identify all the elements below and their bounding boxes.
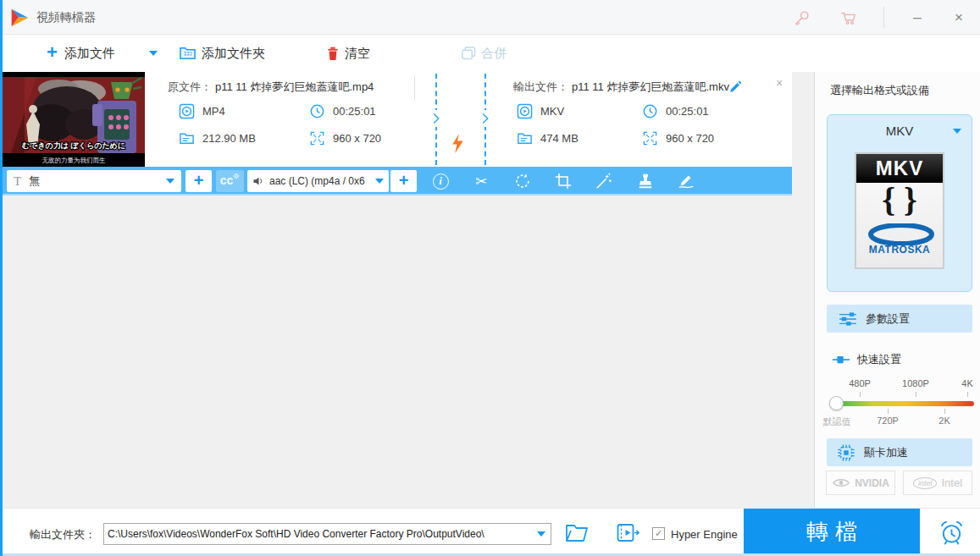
titlebar-divider bbox=[883, 7, 884, 28]
intel-logo-icon: intel bbox=[913, 477, 938, 489]
format-panel[interactable]: MKV MKV { } MATROŠKA bbox=[827, 114, 972, 292]
sidebar-heading: 選擇輸出格式或設備 bbox=[830, 83, 929, 98]
app-logo-icon bbox=[8, 7, 30, 29]
rename-pencil-icon[interactable] bbox=[729, 80, 743, 93]
matroska-ellipse-icon bbox=[868, 223, 934, 245]
source-file-label: 原文件： bbox=[168, 80, 212, 95]
hyper-engine-checkbox[interactable]: ✓ bbox=[652, 527, 665, 540]
nvidia-logo-icon bbox=[832, 477, 850, 488]
source-size-cell: 212.90 MB bbox=[179, 130, 256, 146]
resolution-slider-knob[interactable] bbox=[829, 396, 844, 410]
slider-tick bbox=[888, 409, 889, 414]
register-key-icon[interactable] bbox=[792, 8, 812, 28]
resolution-slider-track[interactable] bbox=[837, 401, 974, 406]
gpu-acceleration-bar[interactable]: 顯卡加速 bbox=[827, 438, 972, 466]
format-name: MKV bbox=[828, 124, 972, 138]
clear-button[interactable]: 清空 bbox=[345, 35, 370, 72]
main-toolbar: + 添加文件 添加文件夾 清空 合併 bbox=[0, 35, 980, 72]
format-icon bbox=[179, 103, 195, 119]
minimize-button[interactable]: – bbox=[905, 0, 930, 35]
chevron-right-icon bbox=[430, 110, 442, 127]
gpu-acceleration-label: 顯卡加速 bbox=[864, 445, 908, 460]
add-folder-button[interactable]: 添加文件夾 bbox=[202, 35, 265, 72]
subtitle-select-value: 無 bbox=[29, 173, 40, 189]
source-filename: p11 11 炸掉夢幻巨炮蓋薘吧.mp4 bbox=[215, 80, 374, 95]
mkv-logo-header: MKV bbox=[856, 154, 943, 183]
speaker-icon bbox=[252, 175, 265, 187]
source-format: MP4 bbox=[202, 105, 225, 118]
pen-sign-icon bbox=[677, 172, 695, 190]
output-format: MKV bbox=[540, 105, 564, 118]
crop-icon bbox=[555, 173, 572, 190]
app-title: 視頻轉檔器 bbox=[36, 0, 96, 35]
nvidia-label: NVIDIA bbox=[855, 477, 889, 489]
thumbnail-subtitle-cn: 无敌的力量为我们而生 bbox=[42, 157, 107, 164]
slider-label-720p: 720P bbox=[877, 416, 899, 426]
source-resolution-cell: 960 x 720 bbox=[309, 130, 381, 146]
schedule-alarm-icon[interactable] bbox=[938, 520, 965, 546]
clear-trash-icon bbox=[326, 46, 340, 61]
subtitle-select-caret bbox=[166, 179, 174, 184]
clock-icon bbox=[309, 103, 325, 119]
source-duration-cell: 00:25:01 bbox=[309, 103, 376, 119]
output-filename: p11 11 炸掉夢幻巨炮蓋薘吧.mkv bbox=[572, 80, 729, 95]
intel-label: Intel bbox=[941, 476, 962, 489]
edit-sign-button[interactable] bbox=[674, 169, 698, 193]
resolution-icon bbox=[642, 130, 658, 146]
mini-slider-icon bbox=[832, 355, 850, 365]
add-file-dropdown-caret[interactable] bbox=[149, 51, 158, 56]
subtitle-select[interactable]: T 無 bbox=[7, 170, 181, 192]
close-button[interactable]: × bbox=[946, 0, 972, 35]
magic-wand-icon bbox=[595, 172, 613, 190]
rotate-button[interactable] bbox=[511, 169, 534, 193]
purchase-cart-icon[interactable] bbox=[839, 8, 859, 28]
add-audio-button[interactable]: + bbox=[390, 170, 417, 192]
file-info-button[interactable]: i bbox=[429, 169, 452, 193]
remove-file-button[interactable]: × bbox=[772, 75, 787, 91]
open-folder-icon[interactable] bbox=[565, 523, 589, 542]
cc-gear-icon bbox=[233, 173, 240, 179]
format-icon bbox=[517, 103, 533, 119]
quick-settings-label: 快速設置 bbox=[857, 352, 901, 367]
source-duration: 00:25:01 bbox=[333, 105, 376, 118]
titlebar: 視頻轉檔器 – × bbox=[0, 0, 980, 35]
bottom-bar: 輸出文件夾： ✓ Hyper Engine 轉檔 bbox=[0, 508, 980, 556]
app-window: 視頻轉檔器 – × + 添加文件 添加文件夾 清空 bbox=[0, 0, 980, 556]
merge-icon bbox=[462, 47, 476, 60]
crop-button[interactable] bbox=[551, 169, 575, 193]
slider-label-1080p: 1080P bbox=[902, 378, 929, 388]
slider-tick bbox=[967, 392, 968, 397]
add-file-plus-icon[interactable]: + bbox=[47, 35, 58, 72]
output-file-line: 輸出文件： p11 11 炸掉夢幻巨炮蓋薘吧.mkv bbox=[513, 80, 729, 95]
parameter-settings-button[interactable]: 參數設置 bbox=[827, 305, 972, 333]
output-folder-label: 輸出文件夾： bbox=[30, 527, 96, 542]
clock-icon bbox=[642, 103, 658, 119]
audio-track-select[interactable]: aac (LC) (mp4a / 0x6 bbox=[247, 170, 389, 192]
output-size: 474 MB bbox=[540, 132, 579, 145]
slider-label-4k: 4K bbox=[961, 378, 972, 388]
slider-tick bbox=[916, 392, 916, 397]
slider-tick bbox=[860, 392, 861, 397]
source-resolution: 960 x 720 bbox=[333, 132, 381, 145]
slider-label-2k: 2K bbox=[938, 416, 950, 426]
add-file-button[interactable]: 添加文件 bbox=[64, 35, 115, 72]
cc-settings-button: cc bbox=[216, 170, 244, 192]
trim-button[interactable]: ✂ bbox=[469, 169, 493, 193]
file-row[interactable]: むてきの力は ぼくらのために 无敌的力量为我们而生 原文件： p11 11 炸掉… bbox=[3, 72, 792, 167]
file-size-icon bbox=[179, 130, 195, 146]
edit-toolbar: T 無 + cc aac (LC) (mp4a / 0x6 + i ✂ bbox=[3, 167, 792, 195]
convert-button[interactable]: 轉檔 bbox=[744, 509, 920, 554]
add-subtitle-button[interactable]: + bbox=[185, 170, 212, 192]
output-path-caret[interactable] bbox=[537, 531, 545, 537]
lightning-bolt-icon bbox=[451, 133, 465, 154]
resolution-icon bbox=[309, 130, 325, 146]
watermark-button[interactable] bbox=[634, 169, 657, 193]
effects-button[interactable] bbox=[592, 169, 616, 193]
slider-label-480p: 480P bbox=[849, 378, 871, 388]
video-queue-icon[interactable] bbox=[617, 523, 639, 542]
output-path-input[interactable] bbox=[104, 528, 537, 540]
audio-select-value: aac (LC) (mp4a / 0x6 bbox=[269, 175, 375, 187]
slider-label-default: 默認值 bbox=[823, 416, 851, 428]
cc-label: cc bbox=[220, 173, 234, 187]
format-dropdown-caret[interactable] bbox=[953, 129, 961, 134]
